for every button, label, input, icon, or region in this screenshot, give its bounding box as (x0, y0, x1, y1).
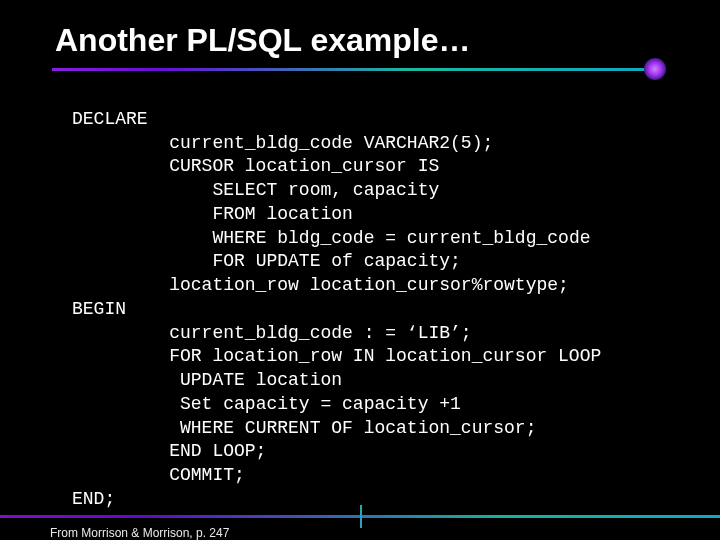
code-line: UPDATE location (72, 369, 342, 393)
code-line: FROM location (72, 203, 353, 227)
code-line: FOR location_row IN location_cursor LOOP (72, 345, 601, 369)
title-divider (52, 68, 648, 71)
code-line: current_bldg_code : = ‘LIB’; (72, 322, 472, 346)
code-block: DECLARE current_bldg_code VARCHAR2(5); C… (72, 84, 690, 512)
slide: Another PL/SQL example… DECLARE current_… (0, 0, 720, 540)
code-line: CURSOR location_cursor IS (72, 155, 439, 179)
code-line: SELECT room, capacity (72, 179, 439, 203)
code-line: END LOOP; (72, 440, 266, 464)
footer-divider (0, 515, 720, 518)
footer-citation: From Morrison & Morrison, p. 247 (50, 526, 229, 540)
code-line: END; (72, 489, 115, 509)
code-line: BEGIN (72, 299, 126, 319)
code-line: FOR UPDATE of capacity; (72, 250, 461, 274)
page-title: Another PL/SQL example… (0, 0, 720, 59)
code-line: current_bldg_code VARCHAR2(5); (72, 132, 493, 156)
code-line: Set capacity = capacity +1 (72, 393, 461, 417)
code-line: DECLARE (72, 109, 148, 129)
code-line: WHERE CURRENT OF location_cursor; (72, 417, 536, 441)
divider-tick (360, 505, 362, 528)
code-line: WHERE bldg_code = current_bldg_code (72, 227, 590, 251)
code-line: COMMIT; (72, 464, 245, 488)
code-line: location_row location_cursor%rowtype; (72, 274, 569, 298)
